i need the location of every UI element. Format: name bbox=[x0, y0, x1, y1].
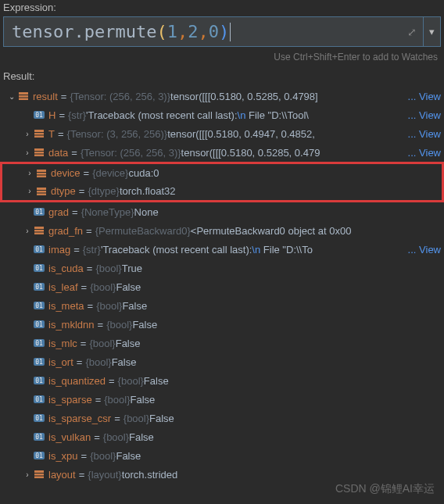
view-link[interactable]: ... View bbox=[402, 147, 441, 159]
chevron-right-icon[interactable]: › bbox=[22, 227, 33, 235]
svg-text:01: 01 bbox=[35, 265, 43, 272]
svg-text:01: 01 bbox=[35, 377, 43, 384]
tok-dot: . bbox=[73, 22, 84, 41]
var-name: H bbox=[48, 109, 56, 121]
svg-rect-10 bbox=[34, 155, 44, 157]
chevron-right-icon[interactable]: › bbox=[24, 187, 35, 195]
tree-row-layout[interactable]: ›layout = {layout} torch.strided bbox=[0, 465, 444, 484]
var-name: is_cuda bbox=[48, 263, 84, 274]
value: 'Traceback (most recent call last):\n Fi… bbox=[101, 244, 313, 256]
value: torch.float32 bbox=[120, 185, 176, 197]
tree-row-is_sparse[interactable]: 01is_sparse = {bool} False bbox=[0, 390, 444, 409]
object-icon bbox=[33, 224, 45, 237]
chevron-down-icon: ▾ bbox=[429, 26, 435, 38]
type-hint: {str} bbox=[83, 244, 101, 256]
type-hint: {bool} bbox=[95, 263, 121, 274]
value: tensor([[[0.5180, 0.5285, 0.4798] bbox=[170, 91, 318, 102]
tree-row-grad[interactable]: 01grad = {NoneType} None bbox=[0, 202, 444, 221]
tree-row-H[interactable]: 01H = {str} 'Traceback (most recent call… bbox=[0, 105, 444, 124]
equals: = bbox=[114, 413, 120, 424]
type-hint: {bool} bbox=[90, 281, 116, 293]
tree-row-is_sparse_csr[interactable]: 01is_sparse_csr = {bool} False bbox=[0, 409, 444, 427]
type-hint: {bool} bbox=[103, 431, 129, 443]
chevron-right-icon[interactable]: › bbox=[22, 148, 33, 157]
tree-row-device[interactable]: ›device = {device} cuda:0 bbox=[0, 162, 444, 182]
value: 'Traceback (most recent call last):\n Fi… bbox=[86, 109, 309, 121]
var-name: grad bbox=[48, 206, 69, 218]
svg-rect-46 bbox=[34, 470, 44, 473]
value: torch.strided bbox=[122, 469, 178, 481]
tree-row-is_vulkan[interactable]: 01is_vulkan = {bool} False bbox=[0, 427, 444, 446]
chevron-right-icon[interactable]: › bbox=[22, 130, 33, 138]
var-name: is_ort bbox=[48, 356, 73, 368]
chevron-down-icon[interactable]: ⌄ bbox=[6, 92, 17, 101]
tok-method: permute bbox=[84, 22, 157, 41]
var-name: is_quantized bbox=[48, 375, 106, 387]
primitive-icon: 01 bbox=[33, 337, 45, 349]
view-link[interactable]: ... View bbox=[402, 109, 441, 121]
value: tensor([[[0.5180, 0.4947, 0.4852, bbox=[167, 128, 315, 140]
tree-row-data[interactable]: ›data = {Tensor: (256, 256, 3)} tensor([… bbox=[0, 143, 444, 162]
svg-rect-47 bbox=[34, 474, 44, 476]
equals: = bbox=[94, 431, 100, 443]
tree-row-is_ort[interactable]: 01is_ort = {bool} False bbox=[0, 352, 444, 371]
value: False bbox=[132, 319, 157, 331]
value: False bbox=[112, 356, 137, 368]
svg-rect-13 bbox=[37, 175, 46, 177]
tree-row-is_quantized[interactable]: 01is_quantized = {bool} False bbox=[0, 371, 444, 390]
tree-row-dtype[interactable]: ›dtype = {dtype} torch.float32 bbox=[0, 182, 444, 202]
var-name: grad_fn bbox=[48, 225, 83, 237]
tree-row-grad_fn[interactable]: ›grad_fn = {PermuteBackward0} <PermuteBa… bbox=[0, 221, 444, 240]
primitive-icon: 01 bbox=[33, 374, 45, 387]
equals: = bbox=[79, 469, 85, 481]
value: False bbox=[116, 450, 141, 462]
tok-num: 2 bbox=[188, 22, 198, 41]
tree-row-result[interactable]: ⌄result = {Tensor: (256, 256, 3)} tensor… bbox=[0, 87, 444, 105]
tree-row-is_cuda[interactable]: 01is_cuda = {bool} True bbox=[0, 259, 444, 277]
tree-row-T[interactable]: ›T = {Tensor: (3, 256, 256)} tensor([[[0… bbox=[0, 124, 444, 143]
type-hint: {layout} bbox=[88, 469, 121, 481]
type-hint: {bool} bbox=[85, 356, 111, 368]
tree-row-is_meta[interactable]: 01is_meta = {bool} False bbox=[0, 296, 444, 315]
tree-row-is_mlc[interactable]: 01is_mlc = {bool} False bbox=[0, 334, 444, 352]
chevron-right-icon[interactable]: › bbox=[22, 470, 33, 479]
tree-row-is_leaf[interactable]: 01is_leaf = {bool} False bbox=[0, 277, 444, 296]
svg-rect-48 bbox=[34, 477, 44, 479]
type-hint: {bool} bbox=[96, 300, 122, 312]
svg-text:01: 01 bbox=[35, 359, 43, 366]
value: False bbox=[144, 375, 169, 387]
var-name: data bbox=[48, 147, 68, 159]
equals: = bbox=[71, 147, 77, 159]
var-name: is_sparse_csr bbox=[48, 413, 111, 424]
equals: = bbox=[79, 185, 85, 197]
primitive-icon: 01 bbox=[33, 449, 45, 462]
primitive-icon: 01 bbox=[33, 299, 45, 312]
value: None bbox=[134, 206, 159, 218]
svg-rect-11 bbox=[37, 170, 46, 172]
svg-rect-16 bbox=[37, 193, 46, 195]
view-link[interactable]: ... View bbox=[402, 91, 441, 102]
svg-rect-8 bbox=[34, 148, 44, 151]
tree-row-is_xpu[interactable]: 01is_xpu = {bool} False bbox=[0, 446, 444, 465]
chevron-right-icon[interactable]: › bbox=[24, 169, 35, 177]
view-link[interactable]: ... View bbox=[402, 244, 441, 256]
type-hint: {bool} bbox=[90, 450, 116, 462]
expand-icon[interactable]: ⤢ bbox=[407, 26, 417, 38]
svg-text:01: 01 bbox=[35, 415, 43, 422]
primitive-icon: 01 bbox=[33, 318, 45, 331]
type-hint: {PermuteBackward0} bbox=[95, 225, 191, 237]
equals: = bbox=[58, 128, 64, 140]
equals: = bbox=[86, 225, 92, 237]
expression-label: Expression: bbox=[0, 0, 444, 16]
tree-row-imag[interactable]: 01imag = {str} 'Traceback (most recent c… bbox=[0, 240, 444, 259]
equals: = bbox=[88, 300, 94, 312]
history-dropdown-button[interactable]: ▾ bbox=[424, 16, 441, 47]
value: False bbox=[116, 338, 141, 349]
svg-text:01: 01 bbox=[35, 246, 43, 253]
expression-input[interactable]: tensor.permute(1, 2, 0) ⤢ bbox=[3, 16, 424, 47]
tree-row-is_mkldnn[interactable]: 01is_mkldnn = {bool} False bbox=[0, 315, 444, 334]
type-hint: {NoneType} bbox=[81, 206, 134, 218]
view-link[interactable]: ... View bbox=[402, 128, 441, 140]
value: False bbox=[122, 300, 147, 312]
type-hint: {dtype} bbox=[88, 185, 120, 197]
